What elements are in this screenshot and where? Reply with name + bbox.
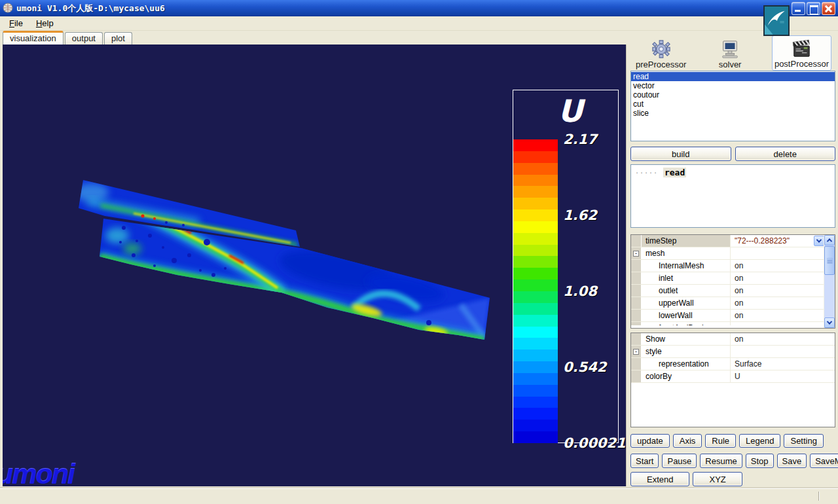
property-grid-style: Showon-stylerepresentationSurfacecolorBy… (630, 333, 835, 427)
row-gutter (631, 333, 642, 345)
preProcessor-button[interactable]: preProcessor (634, 37, 688, 71)
colorbar-band (513, 186, 558, 198)
app-window: umoni V1.0个人版-D:\mycase\uu6 FileHelp vis… (0, 0, 838, 504)
legend-title: U (513, 93, 618, 129)
property-label: upperWall (642, 297, 731, 309)
property-row-InternalMesh[interactable]: InternalMeshon (631, 260, 825, 272)
delete-button[interactable]: delete (735, 147, 836, 161)
row-gutter (631, 370, 642, 382)
property-value[interactable]: U (731, 370, 835, 382)
list-item-coutour[interactable]: coutour (631, 90, 835, 99)
property-value[interactable] (731, 247, 825, 259)
stop-button[interactable]: Stop (746, 454, 774, 468)
postProcessor-button[interactable]: postProcessor (772, 35, 831, 71)
extend-button[interactable]: Extend (630, 472, 689, 486)
row-gutter (631, 322, 642, 325)
close-button[interactable] (822, 2, 835, 15)
xyz-button[interactable]: XYZ (693, 472, 742, 486)
property-row-upperWall[interactable]: upperWallon (631, 297, 825, 310)
colorbar-band (513, 303, 558, 315)
property-value[interactable]: on (731, 285, 825, 297)
list-item-read[interactable]: read (631, 72, 835, 81)
collapse-expander-icon[interactable]: - (633, 349, 639, 355)
grid-scrollbar[interactable] (824, 235, 835, 328)
menu-help[interactable]: Help (31, 17, 59, 29)
row-gutter (631, 310, 642, 321)
property-value[interactable]: on (731, 297, 825, 309)
property-value[interactable] (731, 322, 825, 325)
scroll-thumb[interactable] (824, 246, 835, 275)
gear-icon (651, 38, 671, 59)
pause-button[interactable]: Pause (662, 454, 697, 468)
property-value[interactable]: on (731, 260, 825, 272)
property-row-lowerWall[interactable]: lowerWallon (631, 310, 825, 322)
property-value[interactable]: on (731, 333, 835, 345)
property-value[interactable]: Surface (731, 358, 835, 370)
save-button[interactable]: Save (777, 454, 807, 468)
colorbar-band (513, 175, 558, 187)
colorbar-band (513, 408, 558, 420)
axis-button[interactable]: Axis (673, 434, 702, 448)
tree-branch-line: ····· (635, 170, 658, 177)
row-gutter (631, 272, 642, 284)
property-value[interactable]: on (731, 272, 825, 284)
tab-output[interactable]: output (65, 32, 103, 45)
savemovie-button[interactable]: SaveMovie (810, 454, 838, 468)
colorbar-band (513, 338, 558, 350)
menu-file[interactable]: File (4, 17, 28, 29)
property-value[interactable] (731, 346, 835, 357)
property-row-style[interactable]: -style (631, 346, 835, 358)
status-separator (818, 492, 820, 501)
property-value[interactable]: on (731, 310, 825, 321)
colorbar-band (513, 198, 558, 209)
property-value[interactable]: "72---0.288223" (731, 235, 825, 247)
row-gutter: - (631, 346, 642, 357)
filter-list: readvectorcoutourcutslice (630, 71, 835, 141)
property-row-frontAndBack[interactable]: frontAndBack (631, 322, 825, 325)
colorbar-band (513, 221, 558, 233)
solver-button[interactable]: solver (717, 37, 744, 71)
property-row-Show[interactable]: Showon (631, 333, 835, 346)
title-bar: umoni V1.0个人版-D:\mycase\uu6 (0, 0, 838, 16)
colorbar-band (513, 163, 558, 175)
property-row-colorBy[interactable]: colorByU (631, 370, 835, 383)
colorbar-band (513, 350, 558, 361)
resume-button[interactable]: Resume (700, 454, 742, 468)
property-row-timeStep[interactable]: timeStep"72---0.288223" (631, 235, 825, 247)
colorbar-band (513, 245, 558, 257)
render-viewport[interactable]: U 2.171.621.080.5420.000216 umoni (3, 45, 627, 486)
app-icon[interactable] (3, 3, 14, 14)
control-panel: preProcessorsolverpostProcessor readvect… (627, 31, 838, 488)
rule-button[interactable]: Rule (705, 434, 736, 448)
property-row-representation[interactable]: representationSurface (631, 358, 835, 370)
list-item-slice[interactable]: slice (631, 109, 835, 118)
property-row-mesh[interactable]: -mesh (631, 247, 825, 260)
legend-tick-label: 0.542 (563, 359, 627, 375)
property-grid-mesh: timeStep"72---0.288223"-meshInternalMesh… (630, 234, 835, 329)
tab-plot[interactable]: plot (104, 32, 132, 45)
tree-item-read[interactable]: ····· read (635, 168, 835, 177)
clapper-icon (791, 37, 812, 58)
list-item-vector[interactable]: vector (631, 81, 835, 90)
colorbar-band (513, 291, 558, 303)
start-button[interactable]: Start (630, 454, 659, 468)
maximize-button[interactable] (807, 2, 820, 15)
row-gutter (631, 260, 642, 272)
colorbar (513, 139, 558, 443)
legend-button[interactable]: Legend (739, 434, 780, 448)
logo-overlay (763, 5, 790, 36)
minimize-button[interactable] (792, 2, 805, 15)
property-row-inlet[interactable]: inleton (631, 272, 825, 285)
setting-button[interactable]: Setting (784, 434, 823, 448)
row-gutter (631, 285, 642, 297)
collapse-expander-icon[interactable]: - (633, 251, 639, 257)
scroll-up-icon[interactable] (824, 235, 835, 245)
combo-dropdown-icon[interactable] (814, 236, 824, 246)
tab-visualization[interactable]: visualization (3, 31, 64, 45)
update-button[interactable]: update (630, 434, 670, 448)
property-row-outlet[interactable]: outleton (631, 285, 825, 297)
pipeline-tree: ····· read (630, 164, 835, 228)
scroll-down-icon[interactable] (824, 317, 835, 328)
list-item-cut[interactable]: cut (631, 99, 835, 109)
build-button[interactable]: build (630, 147, 731, 161)
